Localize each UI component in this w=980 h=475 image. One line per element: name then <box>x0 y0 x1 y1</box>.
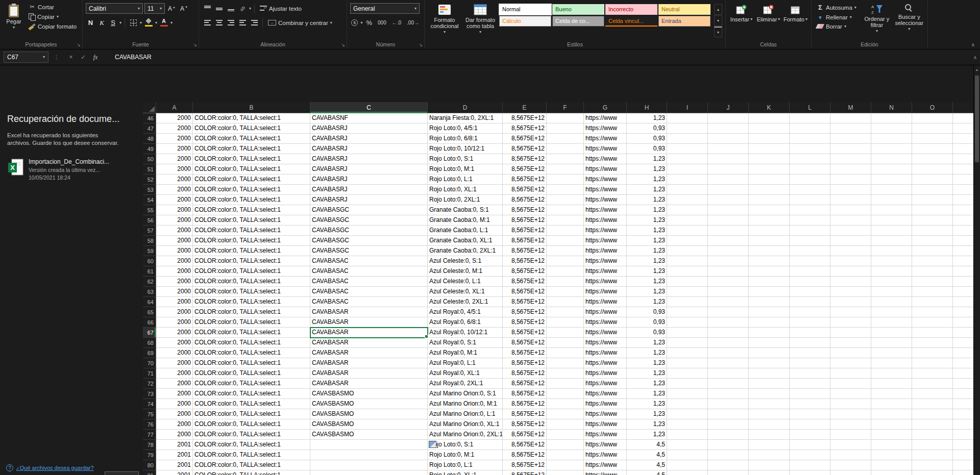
cell-F72[interactable] <box>547 379 584 389</box>
cell-H53[interactable]: 1,23 <box>627 185 667 195</box>
underline-caret-icon[interactable]: ▾ <box>119 21 121 25</box>
cell-A72[interactable]: 2000 <box>156 379 193 389</box>
cell-E47[interactable]: 8,5675E+12 <box>503 123 547 134</box>
cell-E80[interactable]: 8,5675E+12 <box>503 460 547 470</box>
cell-L51[interactable] <box>790 164 830 174</box>
cell-B49[interactable]: COLOR:color:0, TALLA:select:1 <box>193 144 310 154</box>
format-cells-button[interactable]: Formato▾ <box>783 3 808 40</box>
cell-N56[interactable] <box>871 215 912 226</box>
cell-A48[interactable]: 2000 <box>156 134 193 144</box>
row-header-72[interactable]: 72 <box>143 379 156 389</box>
cell-G51[interactable]: https://www <box>584 164 627 174</box>
cell-style-tile-5[interactable]: Celda de co... <box>552 16 604 27</box>
cell-D79[interactable]: Rojo Loto:0, M:1 <box>428 450 503 460</box>
cell-G46[interactable]: https://www <box>584 113 627 123</box>
cell-A51[interactable]: 2000 <box>156 164 193 174</box>
cell-J57[interactable] <box>708 226 749 236</box>
cell-D53[interactable]: Rojo Loto:0, XL:1 <box>428 185 503 195</box>
cell-O52[interactable] <box>912 174 953 185</box>
copy-button[interactable]: Copiar ▾ <box>27 12 79 21</box>
cell-I58[interactable] <box>667 236 708 246</box>
cell-C50[interactable]: CAVABASRJ <box>310 154 428 164</box>
cell-D72[interactable]: Azul Royal:0, 2XL:1 <box>428 379 503 389</box>
cell-C46[interactable]: CAVABASNF <box>310 113 428 123</box>
cell-C55[interactable]: CAVABASGC <box>310 205 428 215</box>
cell-F48[interactable] <box>547 134 584 144</box>
row-header-49[interactable]: 49 <box>143 144 156 154</box>
cell-J48[interactable] <box>708 134 749 144</box>
cell-F54[interactable] <box>547 195 584 205</box>
cell-G50[interactable]: https://www <box>584 154 627 164</box>
cell-G63[interactable]: https://www <box>584 287 627 297</box>
cell-D56[interactable]: Granate Caoba:0, M:1 <box>428 215 503 226</box>
column-header-C[interactable]: C <box>310 102 428 113</box>
cell-G77[interactable]: https://www <box>584 430 627 440</box>
styles-scroll-down-button[interactable]: ▼ <box>714 15 722 26</box>
cell-J54[interactable] <box>708 195 749 205</box>
cell-K50[interactable] <box>749 154 790 164</box>
number-dialog-launcher-icon[interactable]: ↘ <box>419 43 423 47</box>
cell-I56[interactable] <box>667 215 708 226</box>
cell-C60[interactable]: CAVABASAC <box>310 256 428 266</box>
align-middle-button[interactable] <box>214 4 224 14</box>
cell-B69[interactable]: COLOR:color:0, TALLA:select:1 <box>193 348 310 358</box>
cell-H79[interactable]: 4,5 <box>627 450 667 460</box>
cell-E62[interactable]: 8,5675E+12 <box>503 277 547 287</box>
cell-G78[interactable]: https://www <box>584 440 627 450</box>
cell-M60[interactable] <box>830 256 871 266</box>
cell-O63[interactable] <box>912 287 953 297</box>
cell-L58[interactable] <box>790 236 830 246</box>
cell-H73[interactable]: 1,23 <box>627 389 667 399</box>
cell-G72[interactable]: https://www <box>584 379 627 389</box>
cell-C81[interactable] <box>310 470 428 475</box>
cell-M61[interactable] <box>830 266 871 277</box>
cell-J60[interactable] <box>708 256 749 266</box>
cell-A78[interactable]: 2001 <box>156 440 193 450</box>
cell-F68[interactable] <box>547 338 584 348</box>
cell-L75[interactable] <box>790 409 830 419</box>
cell-H61[interactable]: 1,23 <box>627 266 667 277</box>
cell-L48[interactable] <box>790 134 830 144</box>
cell-K58[interactable] <box>749 236 790 246</box>
embedded-image-icon[interactable] <box>429 441 436 448</box>
cell-C73[interactable]: CAVASBASMO <box>310 389 428 399</box>
cell-F62[interactable] <box>547 277 584 287</box>
cell-M57[interactable] <box>830 226 871 236</box>
cell-E58[interactable]: 8,5675E+12 <box>503 236 547 246</box>
cell-B60[interactable]: COLOR:color:0, TALLA:select:1 <box>193 256 310 266</box>
bold-button[interactable]: N <box>86 18 95 28</box>
cell-O56[interactable] <box>912 215 953 226</box>
cell-K62[interactable] <box>749 277 790 287</box>
cell-F53[interactable] <box>547 185 584 195</box>
column-header-K[interactable]: K <box>749 102 790 113</box>
cell-N51[interactable] <box>871 164 912 174</box>
cell-K52[interactable] <box>749 174 790 185</box>
cell-I80[interactable] <box>667 460 708 470</box>
cell-A60[interactable]: 2000 <box>156 256 193 266</box>
cell-N58[interactable] <box>871 236 912 246</box>
cell-N53[interactable] <box>871 185 912 195</box>
cell-J65[interactable] <box>708 307 749 317</box>
cell-H52[interactable]: 1,23 <box>627 174 667 185</box>
cell-J55[interactable] <box>708 205 749 215</box>
italic-button[interactable]: K <box>97 18 107 28</box>
cell-style-tile-2[interactable]: Incorrecto <box>605 4 657 15</box>
cell-I64[interactable] <box>667 297 708 307</box>
cell-J53[interactable] <box>708 185 749 195</box>
cell-N81[interactable] <box>871 470 912 475</box>
cell-O50[interactable] <box>912 154 953 164</box>
cell-L54[interactable] <box>790 195 830 205</box>
cell-L53[interactable] <box>790 185 830 195</box>
cell-G47[interactable]: https://www <box>584 123 627 134</box>
cell-H70[interactable]: 1,23 <box>627 358 667 368</box>
cell-K53[interactable] <box>749 185 790 195</box>
row-header-81[interactable]: 81 <box>143 470 156 475</box>
cell-style-tile-1[interactable]: Bueno <box>552 4 604 15</box>
cell-N77[interactable] <box>871 430 912 440</box>
cell-K71[interactable] <box>749 368 790 379</box>
cell-C53[interactable]: CAVABASRJ <box>310 185 428 195</box>
cell-M52[interactable] <box>830 174 871 185</box>
cell-C67[interactable]: CAVABASAR <box>310 328 428 338</box>
cell-A75[interactable]: 2000 <box>156 409 193 419</box>
cell-L77[interactable] <box>790 430 830 440</box>
